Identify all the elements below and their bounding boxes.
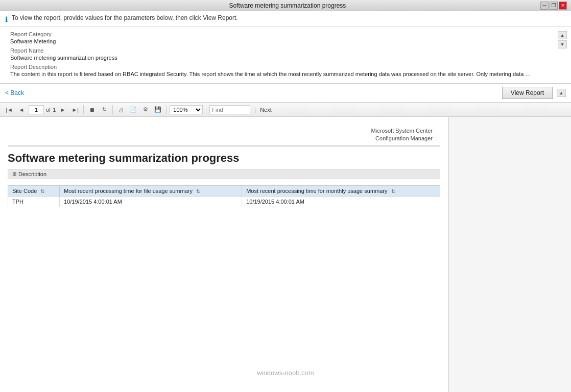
description-header-label: Description <box>18 171 46 177</box>
next-page-button[interactable]: ► <box>58 105 68 115</box>
col-monthly-usage-sort-icon: ⇅ <box>391 188 395 194</box>
params-content: Report Category Software Metering Report… <box>10 31 561 79</box>
info-icon: ℹ <box>5 15 8 23</box>
close-button[interactable]: ✕ <box>559 2 567 10</box>
first-page-button[interactable]: |◄ <box>4 105 14 115</box>
col-site-code-label: Site Code <box>12 188 37 194</box>
report-viewer: Microsoft System Center Configuration Ma… <box>0 117 571 392</box>
report-table: Site Code ⇅ Most recent processing time … <box>8 185 440 207</box>
col-site-code-sort-icon: ⇅ <box>40 188 44 194</box>
view-report-bar: < Back View Report ▲ <box>0 84 571 103</box>
page-setup-button[interactable]: ⚙ <box>140 105 151 115</box>
report-toolbar: |◄ ◄ of 1 ► ►| ⏹ ↻ 🖨 📄 ⚙ 💾 100% 75% 50% … <box>0 103 571 117</box>
scroll-down-button[interactable]: ▼ <box>558 40 567 48</box>
report-title: Software metering summarization progress <box>8 152 440 165</box>
col-file-usage[interactable]: Most recent processing time for file usa… <box>60 185 242 196</box>
next-link[interactable]: Next <box>260 107 272 113</box>
zoom-select[interactable]: 100% 75% 50% 150% <box>170 105 203 114</box>
print-layout-button[interactable]: 📄 <box>128 105 138 115</box>
view-report-button[interactable]: View Report <box>502 87 553 99</box>
toolbar-separator-4 <box>206 105 206 114</box>
report-desc-value: The content in this report is filtered b… <box>10 71 533 77</box>
report-desc-label: Report Description <box>10 64 561 70</box>
mscc-line2: Configuration Manager <box>371 135 433 142</box>
toolbar-separator-3 <box>166 105 166 114</box>
col-monthly-usage[interactable]: Most recent processing time for monthly … <box>242 185 440 196</box>
find-input[interactable] <box>209 105 250 114</box>
col-site-code[interactable]: Site Code ⇅ <box>8 185 60 196</box>
cell-file-usage-time: 10/19/2015 4:00:01 AM <box>60 196 242 207</box>
refresh-button[interactable]: ↻ <box>99 105 109 115</box>
mscc-line1: Microsoft System Center <box>371 127 433 135</box>
toolbar-separator-2 <box>112 105 113 114</box>
page-footer: windows-noob.com <box>0 359 571 387</box>
mscc-header: Microsoft System Center Configuration Ma… <box>8 122 440 146</box>
report-main: Microsoft System Center Configuration Ma… <box>0 117 448 392</box>
restore-button[interactable]: ❐ <box>550 2 558 10</box>
table-header-row: Site Code ⇅ Most recent processing time … <box>8 185 440 196</box>
page-number-input[interactable] <box>29 105 44 114</box>
page-total-label: 1 <box>53 107 56 113</box>
title-bar-text: Software metering summarization progress <box>35 2 540 9</box>
report-name-label: Report Name <box>10 47 561 54</box>
find-separator: | <box>254 107 256 113</box>
table-row: TPH 10/19/2015 4:00:01 AM 10/19/2015 4:0… <box>8 196 440 207</box>
print-button[interactable]: 🖨 <box>116 105 126 115</box>
col-monthly-usage-label: Most recent processing time for monthly … <box>246 188 387 194</box>
cell-site-code: TPH <box>8 196 60 207</box>
title-bar: Software metering summarization progress… <box>0 0 571 11</box>
params-scroll-controls: ▲ ▼ <box>558 31 567 48</box>
report-sidebar <box>448 117 571 392</box>
mscc-logo-text: Microsoft System Center Configuration Ma… <box>371 127 433 143</box>
cell-monthly-usage-time: 10/19/2015 4:00:01 AM <box>242 196 440 207</box>
footer-text: windows-noob.com <box>257 369 314 377</box>
scroll-up-button[interactable]: ▲ <box>558 31 567 39</box>
back-link[interactable]: < Back <box>5 89 24 96</box>
info-text: To view the report, provide values for t… <box>12 14 238 21</box>
description-section: ⊞ Description <box>8 169 440 179</box>
toolbar-separator-1 <box>83 105 84 114</box>
title-bar-controls: ─ ❐ ✕ <box>540 2 567 10</box>
info-bar: ℹ To view the report, provide values for… <box>0 11 571 27</box>
description-toggle-icon: ⊞ <box>12 171 16 177</box>
category-value: Software Metering <box>10 38 561 44</box>
col-file-usage-sort-icon: ⇅ <box>196 188 200 194</box>
collapse-panel-button[interactable]: ▲ <box>557 89 566 97</box>
col-file-usage-label: Most recent processing time for file usa… <box>64 188 193 194</box>
stop-button[interactable]: ⏹ <box>87 105 97 115</box>
description-header[interactable]: ⊞ Description <box>8 169 440 179</box>
last-page-button[interactable]: ►| <box>70 105 80 115</box>
minimize-button[interactable]: ─ <box>540 2 549 10</box>
category-label: Report Category <box>10 31 561 37</box>
params-panel: Report Category Software Metering Report… <box>0 27 571 84</box>
export-button[interactable]: 💾 <box>153 105 163 115</box>
page-of-label: of <box>46 107 51 113</box>
prev-page-button[interactable]: ◄ <box>16 105 27 115</box>
report-name-value: Software metering summarization progress <box>10 55 561 61</box>
